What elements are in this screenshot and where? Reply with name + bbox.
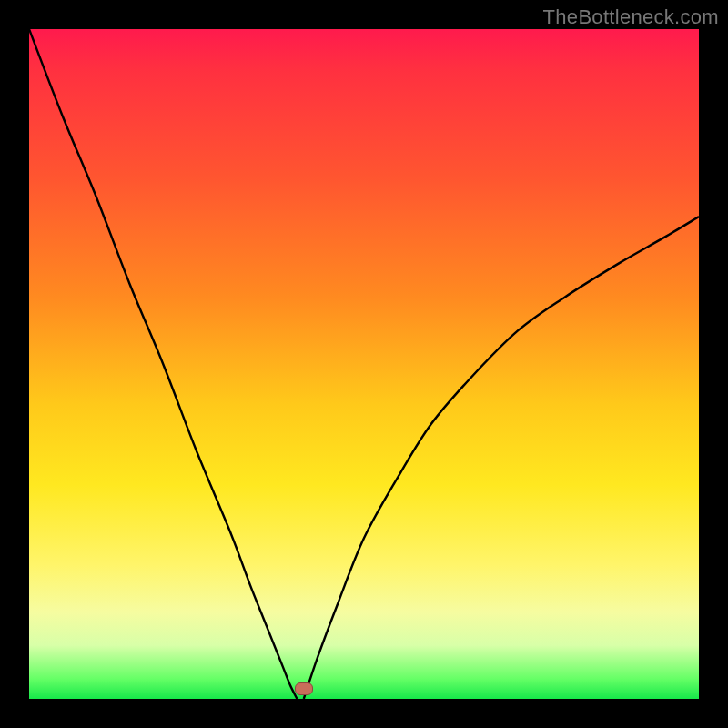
curve-right-branch [304,217,699,699]
chart-frame: TheBottleneck.com [0,0,728,728]
plot-area [29,29,699,699]
bottleneck-curve [29,29,699,699]
minimum-marker [295,682,313,695]
curve-left-branch [29,29,297,699]
watermark-text: TheBottleneck.com [543,5,719,29]
